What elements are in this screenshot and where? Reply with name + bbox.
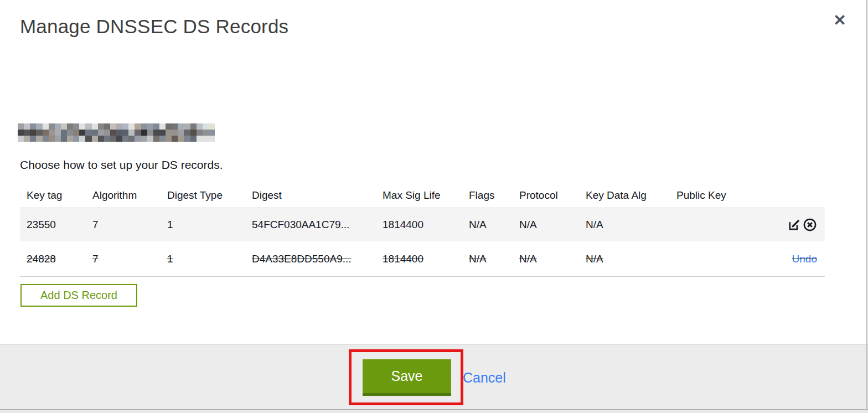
- cell-algorithm: 7: [92, 219, 167, 231]
- column-header-flags: Flags: [469, 189, 519, 202]
- table-row: 23550 7 1 54FCF030AA1C79... 1814400 N/A …: [20, 208, 825, 241]
- cell-protocol: N/A: [519, 253, 586, 265]
- cancel-link[interactable]: Cancel: [463, 370, 506, 386]
- cell-max-sig-life: 1814400: [383, 253, 469, 265]
- add-ds-record-button[interactable]: Add DS Record: [20, 284, 137, 307]
- delete-circle-x-icon[interactable]: [803, 218, 817, 232]
- cell-flags: N/A: [469, 219, 519, 231]
- undo-link[interactable]: Undo: [792, 253, 817, 265]
- cell-algorithm: 7: [92, 253, 167, 265]
- cell-key-data-alg: N/A: [586, 219, 676, 231]
- cell-key-tag: 24828: [27, 253, 92, 265]
- save-button[interactable]: Save: [363, 359, 451, 396]
- column-header-key-data-alg: Key Data Alg: [586, 189, 676, 202]
- column-header-max-sig-life: Max Sig Life: [383, 189, 469, 202]
- close-icon[interactable]: ✕: [831, 12, 849, 29]
- row-actions: [787, 218, 825, 232]
- cell-flags: N/A: [469, 253, 519, 265]
- cell-key-data-alg: N/A: [586, 253, 676, 265]
- column-header-digest-type: Digest Type: [167, 189, 252, 202]
- column-header-key-tag: Key tag: [27, 189, 92, 202]
- domain-name-redacted: [18, 123, 215, 142]
- instruction-text: Choose how to set up your DS records.: [20, 158, 223, 172]
- page-title: Manage DNSSEC DS Records: [20, 16, 288, 38]
- table-row-deleted: 24828 7 1 D4A33E8DD550A9... 1814400 N/A …: [20, 241, 825, 277]
- page-background-strip: [0, 410, 868, 413]
- edit-icon[interactable]: [787, 218, 802, 232]
- row-actions: Undo: [792, 253, 825, 265]
- ds-records-table: Key tag Algorithm Digest Type Digest Max…: [20, 183, 825, 277]
- column-header-public-key: Public Key: [676, 189, 748, 202]
- column-header-digest: Digest: [252, 189, 383, 202]
- cell-digest-type: 1: [167, 253, 252, 265]
- cell-max-sig-life: 1814400: [383, 219, 469, 231]
- cell-digest: D4A33E8DD550A9...: [252, 253, 383, 265]
- cell-key-tag: 23550: [27, 219, 92, 231]
- column-header-algorithm: Algorithm: [92, 189, 167, 202]
- cell-digest-type: 1: [167, 219, 252, 231]
- table-header-row: Key tag Algorithm Digest Type Digest Max…: [20, 183, 825, 208]
- dnssec-dialog: Manage DNSSEC DS Records ✕ Choose how to…: [0, 0, 868, 413]
- column-header-protocol: Protocol: [519, 189, 586, 202]
- cell-digest: 54FCF030AA1C79...: [252, 219, 383, 231]
- window-right-border: [866, 0, 867, 410]
- cell-protocol: N/A: [519, 219, 586, 231]
